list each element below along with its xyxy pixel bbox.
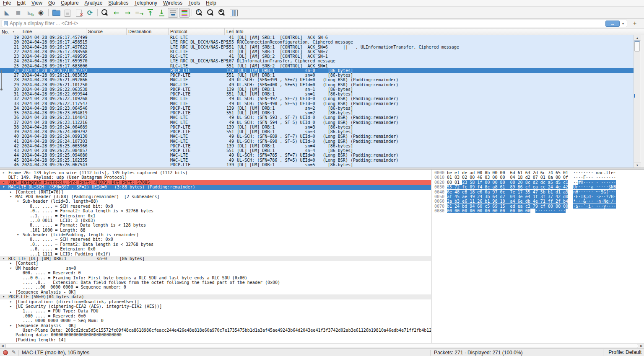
display-filter-field[interactable]: → ▾ bbox=[2, 20, 627, 27]
packet-row[interactable]: 232024-04-28 09:26:17.499595RLC-LTE41[DL… bbox=[0, 54, 634, 59]
detail-row[interactable]: Padding data: 00000000000000000000000000… bbox=[0, 333, 431, 337]
menu-capture[interactable]: Capture bbox=[58, 0, 82, 7]
packet-row[interactable]: 392024-04-28 09:26:24.089792PDCP-LTE551[… bbox=[0, 129, 634, 134]
packet-detail-pane[interactable]: ▸Frame 26: 139 bytes on wire (1112 bits)… bbox=[0, 170, 431, 343]
packet-list-scrollbar[interactable]: ▲ ▼ bbox=[634, 35, 640, 168]
detail-row[interactable]: ▸[Context] bbox=[0, 261, 431, 266]
auto-scroll-icon[interactable] bbox=[168, 8, 178, 18]
resize-columns-icon[interactable] bbox=[228, 8, 239, 18]
close-file-icon[interactable] bbox=[73, 8, 84, 18]
detail-row[interactable]: .0.. .... = Format2: Data length is < 32… bbox=[0, 209, 431, 213]
packet-row[interactable]: 362024-04-28 09:26:23.104043MAC-LTE49UL-… bbox=[0, 115, 634, 120]
detail-row[interactable]: 1... .... = PDU Type: Data PDU bbox=[0, 309, 431, 313]
detail-row[interactable]: ...1 1111 = LCID: Padding (0x1f) bbox=[0, 252, 431, 256]
save-file-icon[interactable] bbox=[62, 8, 73, 18]
menu-view[interactable]: View bbox=[29, 0, 45, 7]
open-file-icon[interactable] bbox=[51, 8, 61, 18]
apply-filter-button[interactable]: → bbox=[605, 21, 620, 27]
menu-statistics[interactable]: Statistics bbox=[105, 0, 131, 7]
status-profile[interactable]: Profile: Default bbox=[603, 349, 641, 356]
detail-row[interactable]: ▸[Sequence Analysis - OK] bbox=[0, 290, 431, 294]
detail-row[interactable]: 0... .... = Format: Data length is < 128… bbox=[0, 223, 431, 227]
packet-row[interactable]: 402024-04-28 09:26:24.099130MAC-LTE49UL-… bbox=[0, 134, 634, 139]
menu-telephony[interactable]: Telephony bbox=[131, 0, 160, 7]
expanded-toggle-icon[interactable]: ▾ bbox=[10, 194, 12, 199]
detail-row[interactable]: DLT: 149, Payload: udp (User Datagram Pr… bbox=[0, 175, 431, 180]
packet-bytes-pane[interactable]: 0000be ef de ad 00 8b 00 00 6d 61 63 2d … bbox=[432, 170, 644, 343]
filter-dropdown-caret-icon[interactable]: ▾ bbox=[620, 21, 626, 27]
horizontal-scrollbar[interactable]: ◀ ▶ bbox=[0, 343, 644, 348]
packet-row[interactable]: 272024-04-28 09:26:21.083635PDCP-LTE551[… bbox=[0, 73, 634, 77]
column-header-time[interactable]: Time bbox=[20, 28, 86, 35]
hex-row[interactable]: 003055 72 fc 09 f4 8c a8 61 89 86 cf ea … bbox=[434, 185, 644, 189]
packet-row[interactable]: 212024-04-28 09:26:17.497622LTE RRC UL_D… bbox=[0, 45, 634, 49]
hex-row[interactable]: 00406e 48 e8 18 e6 0a 97 0c 7e 17 35 47 … bbox=[434, 190, 644, 194]
detail-row[interactable]: ▾MAC-LTE DL-SCH: (SFN=397 , SF=2) UEId=0… bbox=[0, 185, 431, 189]
capture-comment-icon[interactable]: ✎ bbox=[12, 349, 16, 355]
go-forward-icon[interactable] bbox=[122, 8, 133, 18]
menu-go[interactable]: Go bbox=[45, 0, 58, 7]
detail-row[interactable]: ▸[Context (RNTI=70)] bbox=[0, 190, 431, 194]
detail-row[interactable]: ▾RLC-LTE [DL] [UM] DRB:1 sn=0 [86-bytes] bbox=[0, 256, 431, 261]
collapsed-toggle-icon[interactable]: ▸ bbox=[3, 170, 5, 175]
stop-capture-icon[interactable] bbox=[13, 8, 23, 18]
hex-row[interactable]: 001001 03 02 00 46 03 00 00 04 18 d2 07 … bbox=[434, 175, 644, 180]
hex-row[interactable]: 008000 00 00 00 00 00 00 00 00 00 00····… bbox=[434, 209, 644, 213]
expanded-toggle-icon[interactable]: ▾ bbox=[3, 185, 5, 189]
detail-row[interactable]: ▸[Sequence Analysis - OK] bbox=[0, 323, 431, 328]
packet-row[interactable]: 242024-04-28 09:26:17.659570LTE RRC DL_D… bbox=[0, 59, 634, 63]
detail-row[interactable]: .... ..00 0000 0000 = Sequence number: 0 bbox=[0, 285, 431, 289]
reload-file-icon[interactable] bbox=[85, 8, 95, 18]
go-back-icon[interactable] bbox=[111, 8, 122, 18]
scroll-right-icon[interactable]: ▶ bbox=[639, 343, 644, 348]
expanded-toggle-icon[interactable]: ▾ bbox=[3, 294, 5, 299]
go-bottom-icon[interactable] bbox=[156, 8, 167, 18]
collapsed-toggle-icon[interactable]: ▸ bbox=[10, 290, 12, 294]
detail-row[interactable]: ...0 0011 = LCID: 3 (0x03) bbox=[0, 218, 431, 223]
detail-row[interactable]: User-Plane Data: 208cd2dca5d5c15572fc09f… bbox=[0, 328, 431, 333]
start-capture-icon[interactable] bbox=[2, 8, 12, 18]
hex-row[interactable]: 0050af 45 ae 49 24 3b 64 d2 04 3e e4 1f … bbox=[434, 194, 644, 199]
scroll-left-icon[interactable]: ◀ bbox=[0, 343, 5, 348]
packet-row[interactable]: 452024-04-28 09:26:25.102355MAC-LTE49UL-… bbox=[0, 158, 634, 163]
detail-row[interactable]: ..1. .... = Extension: 0x1 bbox=[0, 214, 431, 218]
detail-row[interactable]: [Padding length: 14] bbox=[0, 338, 431, 342]
find-packet-icon[interactable] bbox=[100, 8, 110, 18]
packet-row[interactable]: 202024-04-28 09:26:17.458515LTE RRC DL_D… bbox=[0, 40, 634, 44]
column-header-destination[interactable]: Destination bbox=[127, 28, 169, 35]
detail-row[interactable]: .0.. .... = Format2: Data length is < 32… bbox=[0, 242, 431, 247]
menu-help[interactable]: Help bbox=[203, 0, 219, 7]
scroll-up-icon[interactable]: ▲ bbox=[634, 35, 641, 41]
detail-row[interactable]: ▾Sub-header (lcid=3, length=88) bbox=[0, 199, 431, 204]
expanded-toggle-icon[interactable]: ▾ bbox=[17, 199, 19, 204]
packet-row[interactable]: 302024-04-28 09:26:22.063538PDCP-LTE139[… bbox=[0, 87, 634, 92]
go-to-packet-icon[interactable] bbox=[134, 8, 144, 18]
detail-row[interactable]: ▸User Datagram Protocol, Src Port: 48879… bbox=[0, 180, 431, 185]
packet-row[interactable]: 342024-04-28 09:26:23.064546PDCP-LTE139[… bbox=[0, 106, 634, 111]
detail-row[interactable]: ▸[UE Security (ciphering=EEA2 (AES), int… bbox=[0, 304, 431, 309]
packet-row[interactable]: 442024-04-28 09:26:25.094080MAC-LTE49UL-… bbox=[0, 153, 634, 157]
packet-row[interactable]: 382024-04-28 09:26:24.064689PDCP-LTE139[… bbox=[0, 125, 634, 129]
detail-row[interactable]: ▾PDCP-LTE (SN=0)(84 bytes data) bbox=[0, 294, 431, 299]
expanded-toggle-icon[interactable]: ▾ bbox=[17, 232, 19, 237]
packet-row[interactable]: 262024-04-28 09:26:21.062742PDCP-LTE139[… bbox=[0, 68, 634, 73]
packet-row[interactable]: 332024-04-28 09:26:22.117547MAC-LTE49UL-… bbox=[0, 101, 634, 106]
zoom-in-icon[interactable]: + bbox=[194, 8, 205, 18]
packet-row[interactable]: 322024-04-28 09:26:22.109268MAC-LTE49UL-… bbox=[0, 96, 634, 101]
packet-row[interactable]: 422024-04-28 09:26:25.065966PDCP-LTE139[… bbox=[0, 144, 634, 148]
menu-analyze[interactable]: Analyze bbox=[82, 0, 106, 7]
hex-row[interactable]: 0000be ef de ad 00 8b 00 00 6d 61 63 2d … bbox=[434, 170, 644, 175]
detail-row[interactable]: ...0 0... = Framing Info: First byte beg… bbox=[0, 276, 431, 280]
packet-row[interactable]: 222024-04-28 09:26:17.498568RLC-LTE41[DL… bbox=[0, 49, 634, 54]
detail-row[interactable]: ▾Sub-header (lcid=Padding, length is rem… bbox=[0, 232, 431, 237]
detail-row[interactable]: ▾MAC PDU Header (3:88) (Padding:remainde… bbox=[0, 194, 431, 199]
detail-row[interactable]: ▸[Configuration: (direction=Downlink, pl… bbox=[0, 299, 431, 304]
detail-row[interactable]: .... 0000 0000 0000 = Seq Num: 0 bbox=[0, 318, 431, 323]
packet-row[interactable]: 312024-04-28 09:26:22.099944PDCP-LTE551[… bbox=[0, 92, 634, 96]
detail-row[interactable]: ..0. .... = Extension: 0x0 bbox=[0, 247, 431, 251]
menu-file[interactable]: File bbox=[0, 0, 14, 7]
column-header-no[interactable]: No. ▼ bbox=[0, 28, 20, 35]
packet-row[interactable]: 192024-04-28 09:26:17.457499RLC-LTE41[DL… bbox=[0, 35, 634, 40]
collapsed-toggle-icon[interactable]: ▸ bbox=[10, 323, 12, 328]
packet-row[interactable]: 292024-04-28 09:26:21.101250MAC-LTE49UL-… bbox=[0, 83, 634, 87]
